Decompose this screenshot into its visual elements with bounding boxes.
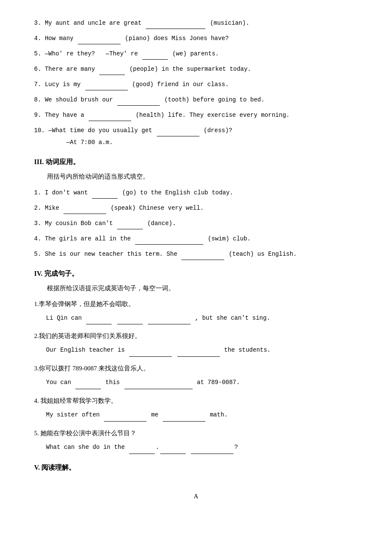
item-6: 6. There are many (people) in the superm…	[34, 63, 358, 75]
page-footer: A	[34, 491, 358, 502]
item-text: There are many	[45, 66, 98, 72]
blank-p4-5b[interactable]	[160, 446, 186, 454]
p3-item-3: 3. My cousin Bob can't (dance).	[34, 217, 358, 229]
item-9: 9. They have a (health) life. They exerc…	[34, 109, 358, 121]
blank-3[interactable]	[146, 21, 205, 29]
blank-p4-5a[interactable]	[129, 446, 155, 454]
item-num: 5.	[34, 251, 45, 257]
item-hint: (tooth) before going to bed.	[164, 96, 265, 103]
p4-item-5: 5. 她能在学校公演中表演什么节目？ What can she do in th…	[34, 428, 358, 454]
item-num: 4.	[34, 35, 45, 42]
blank-p4-3a[interactable]	[75, 382, 101, 389]
blank-p3-1[interactable]	[92, 191, 118, 199]
p4-item-3-english: You can this at 789-0087.	[46, 376, 358, 389]
p4-item-5-english: What can she do in the . ?	[46, 441, 358, 454]
blank-p3-5[interactable]	[182, 252, 224, 260]
blank-p4-2b[interactable]	[177, 349, 220, 357]
item-hint: (go) to the English club today.	[122, 189, 233, 196]
part2-section: 3. My aunt and uncle are great (musician…	[34, 17, 358, 148]
item-hint: (speak) Chinese very well.	[111, 205, 204, 211]
part3-title: III. 动词应用。	[34, 156, 358, 168]
item-text: Mike	[45, 205, 63, 211]
blank-p4-2a[interactable]	[129, 349, 172, 357]
item-hint: (people) in the supermarket today.	[130, 66, 251, 72]
item-num: 10.	[34, 127, 49, 134]
item-hint: (we) parents.	[172, 50, 219, 57]
blank-10[interactable]	[157, 129, 199, 136]
part4-intro: 根据所给汉语提示完成英语句子，每空一词。	[47, 283, 358, 294]
item-text: My cousin Bob can't	[45, 220, 116, 227]
item-num: 8.	[34, 96, 45, 103]
blank-p4-1c[interactable]	[148, 317, 190, 324]
item-hint: (swim) club.	[208, 235, 251, 242]
blank-p4-1b[interactable]	[117, 317, 143, 324]
blank-p3-4[interactable]	[135, 237, 203, 245]
p4-item-3-chinese: 3.你可以拨打 789-0087 来找这位音乐人。	[34, 363, 358, 374]
blank-5[interactable]	[142, 52, 168, 60]
item-hint: (good) friend in our class.	[132, 81, 229, 88]
p4-item-2: 2.我们的英语老师和同学们关系很好。 Our English teacher i…	[34, 330, 358, 357]
blank-4[interactable]	[78, 37, 121, 44]
p3-item-1: 1. I don't want (go) to the English club…	[34, 187, 358, 199]
blank-p4-3b[interactable]	[124, 382, 193, 389]
item-num: 3.	[34, 20, 45, 26]
item-4: 4. How many (piano) does Miss Jones have…	[34, 32, 358, 44]
item-text: They have a	[45, 112, 88, 119]
blank-9[interactable]	[89, 113, 131, 121]
item-text-q: —Who' re they? —They' re	[45, 50, 141, 57]
item-text: —What time do you usually get	[49, 127, 156, 134]
item-hint: (health) life. They exercise every morni…	[135, 112, 289, 119]
blank-p3-3[interactable]	[117, 222, 143, 229]
item-num: 1.	[34, 189, 45, 196]
part4-section: IV. 完成句子。 根据所给汉语提示完成英语句子，每空一词。 1.李琴会弹钢琴，…	[34, 268, 358, 454]
part3-section: III. 动词应用。 用括号内所给动词的适当形式填空。 1. I don't w…	[34, 156, 358, 260]
item-num: 2.	[34, 205, 45, 211]
item-num: 5.	[34, 50, 45, 57]
p4-item-2-chinese: 2.我们的英语老师和同学们关系很好。	[34, 330, 358, 342]
worksheet-body: 3. My aunt and uncle are great (musician…	[34, 17, 358, 502]
item-answer: —At 7:00 a.m.	[52, 139, 113, 146]
item-5: 5. —Who' re they? —They' re (we) parents…	[34, 48, 358, 60]
item-text: Lucy is my	[45, 81, 84, 88]
blank-p3-2[interactable]	[63, 206, 106, 214]
item-num: 3.	[34, 220, 45, 227]
part4-title: IV. 完成句子。	[34, 268, 358, 280]
blank-8[interactable]	[117, 98, 160, 106]
item-hint: (teach) us English.	[229, 251, 297, 257]
blank-p4-5c[interactable]	[191, 446, 233, 454]
item-10: 10. —What time do you usually get (dress…	[34, 124, 358, 148]
blank-6[interactable]	[99, 67, 125, 75]
item-hint: (dance).	[147, 220, 176, 227]
p3-item-2: 2. Mike (speak) Chinese very well.	[34, 202, 358, 214]
blank-p4-4a[interactable]	[104, 414, 147, 422]
p3-item-4: 4. The girls are all in the (swim) club.	[34, 233, 358, 245]
blank-p4-1a[interactable]	[86, 317, 112, 324]
blank-7[interactable]	[85, 83, 128, 90]
p4-item-3: 3.你可以拨打 789-0087 来找这位音乐人。 You can this a…	[34, 363, 358, 389]
p4-item-4-chinese: 4. 我姐姐经常帮我学习数学。	[34, 395, 358, 407]
item-text: My aunt and uncle are great	[45, 20, 145, 26]
item-num: 7.	[34, 81, 45, 88]
item-text: We should brush our	[45, 96, 116, 103]
p4-item-1-chinese: 1.李琴会弹钢琴，但是她不会唱歌。	[34, 298, 358, 310]
item-hint: (musician).	[210, 20, 249, 26]
page-label: A	[194, 493, 199, 500]
part5-title: V. 阅读理解。	[34, 462, 358, 474]
p4-item-1: 1.李琴会弹钢琴，但是她不会唱歌。 Li Qin can , but she c…	[34, 298, 358, 325]
item-hint: (dress)?	[204, 127, 232, 134]
item-text: How many	[45, 35, 77, 42]
p4-item-5-chinese: 5. 她能在学校公演中表演什么节目？	[34, 428, 358, 439]
item-text: She is our new teacher this term. She	[45, 251, 181, 257]
item-3: 3. My aunt and uncle are great (musician…	[34, 17, 358, 29]
blank-p4-4b[interactable]	[163, 414, 205, 422]
item-hint: (piano) does Miss Jones have?	[125, 35, 229, 42]
item-text: The girls are all in the	[45, 235, 134, 242]
item-8: 8. We should brush our (tooth) before go…	[34, 94, 358, 106]
item-text: I don't want	[45, 189, 91, 196]
item-7: 7. Lucy is my (good) friend in our class…	[34, 78, 358, 90]
item-num: 9.	[34, 112, 45, 119]
item-num: 6.	[34, 66, 45, 72]
p4-item-4-english: My sister often me math.	[46, 408, 358, 422]
p4-item-1-english: Li Qin can , but she can't sing.	[46, 312, 358, 325]
item-num: 4.	[34, 235, 45, 242]
